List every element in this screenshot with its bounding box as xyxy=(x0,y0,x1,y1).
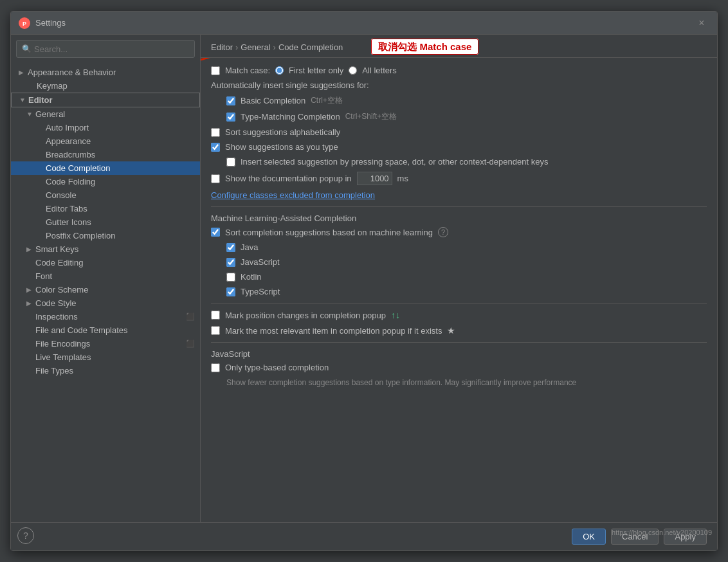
sidebar-item-live-templates[interactable]: Live Templates xyxy=(11,350,200,364)
expand-arrow: ▶ xyxy=(26,300,35,307)
sidebar-item-label: Smart Keys xyxy=(35,244,78,254)
sort-alpha-row: Sort suggestions alphabetically xyxy=(211,127,707,137)
sidebar-item-label: File Encodings xyxy=(35,339,90,349)
up-down-arrows: ↑↓ xyxy=(391,310,400,320)
sidebar-item-console[interactable]: Console xyxy=(11,188,200,202)
search-input[interactable] xyxy=(34,44,189,54)
sidebar-item-code-folding[interactable]: Code Folding xyxy=(11,175,200,188)
sidebar-item-file-code-templates[interactable]: File and Code Templates xyxy=(11,323,200,337)
help-icon[interactable]: ? xyxy=(438,227,448,237)
auto-insert-title: Automatically insert single suggestions … xyxy=(211,80,369,90)
sidebar-item-label: Color Scheme xyxy=(35,285,88,295)
sidebar-item-label: Appearance xyxy=(46,136,91,146)
type-matching-checkbox[interactable] xyxy=(226,113,235,122)
first-letter-radio[interactable] xyxy=(275,66,284,75)
sort-ml-row: Sort completion suggestions based on mac… xyxy=(211,227,707,237)
match-case-checkbox[interactable] xyxy=(211,66,220,75)
only-type-based-desc: Show fewer completion suggestions based … xyxy=(226,378,576,387)
match-case-row: Match case: First letter only All letter… xyxy=(211,66,707,75)
insert-selected-checkbox[interactable] xyxy=(226,158,235,167)
javascript-checkbox[interactable] xyxy=(226,258,235,267)
basic-completion-checkbox[interactable] xyxy=(226,96,235,105)
match-case-label[interactable]: Match case: xyxy=(225,66,270,75)
javascript-row: JavaScript xyxy=(211,257,707,267)
javascript-label[interactable]: JavaScript xyxy=(241,257,280,267)
only-type-based-label[interactable]: Only type-based completion xyxy=(225,363,329,372)
sidebar-item-appearance[interactable]: Appearance xyxy=(11,134,200,148)
all-letters-radio[interactable] xyxy=(349,66,357,75)
show-doc-popup-checkbox[interactable] xyxy=(211,174,220,183)
sidebar-item-smart-keys[interactable]: ▶ Smart Keys xyxy=(11,242,200,256)
show-doc-popup-label[interactable]: Show the documentation popup in xyxy=(225,174,352,183)
mark-position-label[interactable]: Mark position changes in completion popu… xyxy=(225,311,386,320)
sidebar-item-label: Breadcrumbs xyxy=(46,150,95,159)
insert-selected-label[interactable]: Insert selected suggestion by pressing s… xyxy=(241,157,548,167)
popup-delay-input[interactable] xyxy=(357,172,392,185)
search-box[interactable]: 🔍 xyxy=(16,40,195,58)
sidebar-item-label: Auto Import xyxy=(46,123,89,132)
sidebar-item-breadcrumbs[interactable]: Breadcrumbs xyxy=(11,148,200,161)
sidebar-item-color-scheme[interactable]: ▶ Color Scheme xyxy=(11,283,200,296)
basic-completion-shortcut: Ctrl+空格 xyxy=(311,95,343,106)
sidebar-item-label: Editor Tabs xyxy=(46,204,87,213)
expand-arrow: ▶ xyxy=(26,246,35,253)
sidebar-item-label: Editor xyxy=(28,95,53,105)
mark-most-relevant-checkbox[interactable] xyxy=(211,326,220,335)
sort-alpha-label[interactable]: Sort suggestions alphabetically xyxy=(225,127,340,137)
ok-button[interactable]: OK xyxy=(572,529,606,545)
sidebar-item-code-style[interactable]: ▶ Code Style xyxy=(11,296,200,310)
sidebar-item-postfix-completion[interactable]: Postfix Completion xyxy=(11,229,200,242)
sidebar-item-font[interactable]: Font xyxy=(11,269,200,283)
type-matching-label[interactable]: Type-Matching Completion xyxy=(241,112,340,122)
settings-icon: ⬛ xyxy=(186,340,195,348)
typescript-checkbox[interactable] xyxy=(226,287,235,296)
breadcrumb-current: Code Completion xyxy=(278,42,343,52)
basic-completion-label[interactable]: Basic Completion xyxy=(241,96,305,105)
sort-alpha-checkbox[interactable] xyxy=(211,128,220,137)
configure-link[interactable]: Configure classes excluded from completi… xyxy=(211,190,707,200)
sidebar-item-editor-tabs[interactable]: Editor Tabs xyxy=(11,202,200,215)
watermark: https://blog.csdn.net/v20200109 xyxy=(612,529,712,536)
java-checkbox[interactable] xyxy=(226,243,235,252)
sidebar-item-code-editing[interactable]: Code Editing xyxy=(11,256,200,269)
svg-text:P: P xyxy=(23,21,26,27)
star-icon: ★ xyxy=(447,325,455,336)
insert-selected-row: Insert selected suggestion by pressing s… xyxy=(211,157,707,167)
sidebar-item-general[interactable]: ▼ General xyxy=(11,107,200,121)
sidebar-item-keymap[interactable]: Keymap xyxy=(11,79,200,93)
sort-ml-label[interactable]: Sort completion suggestions based on mac… xyxy=(225,228,433,237)
mark-position-checkbox[interactable] xyxy=(211,311,220,320)
show-suggestions-row: Show suggestions as you type xyxy=(211,142,707,152)
sidebar-item-appearance-behavior[interactable]: ▶ Appearance & Behavior xyxy=(11,66,200,79)
divider xyxy=(211,206,707,207)
mark-most-relevant-label[interactable]: Mark the most relevant item in completio… xyxy=(225,326,442,336)
show-suggestions-label[interactable]: Show suggestions as you type xyxy=(225,142,338,152)
settings-icon: ⬛ xyxy=(186,313,195,321)
expand-arrow: ▼ xyxy=(26,111,35,118)
first-letter-label[interactable]: First letter only xyxy=(289,66,343,75)
app-icon: P xyxy=(19,17,30,29)
sidebar: 🔍 ▶ Appearance & Behavior Keymap ▼ Edito… xyxy=(11,35,201,522)
breadcrumb-editor: Editor xyxy=(211,42,233,52)
sort-ml-checkbox[interactable] xyxy=(211,228,220,237)
popup-delay-unit: ms xyxy=(397,174,408,183)
sidebar-item-auto-import[interactable]: Auto Import xyxy=(11,121,200,134)
typescript-label[interactable]: TypeScript xyxy=(241,287,280,296)
sidebar-item-label: Keymap xyxy=(37,81,68,91)
java-label[interactable]: Java xyxy=(241,242,258,252)
close-button[interactable]: × xyxy=(694,15,709,31)
sidebar-item-code-completion[interactable]: Code Completion xyxy=(11,161,200,175)
sidebar-item-editor[interactable]: ▼ Editor xyxy=(11,93,200,107)
only-type-based-checkbox[interactable] xyxy=(211,363,220,372)
sidebar-item-gutter-icons[interactable]: Gutter Icons xyxy=(11,215,200,229)
sidebar-item-label: Live Templates xyxy=(35,352,91,362)
sidebar-item-file-encodings[interactable]: File Encodings ⬛ xyxy=(11,337,200,350)
only-type-based-row: Only type-based completion xyxy=(211,363,707,372)
kotlin-checkbox[interactable] xyxy=(226,273,235,282)
kotlin-label[interactable]: Kotlin xyxy=(241,272,262,282)
show-suggestions-checkbox[interactable] xyxy=(211,143,220,152)
sidebar-item-inspections[interactable]: Inspections ⬛ xyxy=(11,310,200,323)
help-button[interactable]: ? xyxy=(17,527,34,544)
all-letters-label[interactable]: All letters xyxy=(362,66,396,75)
sidebar-item-file-types[interactable]: File Types xyxy=(11,364,200,377)
